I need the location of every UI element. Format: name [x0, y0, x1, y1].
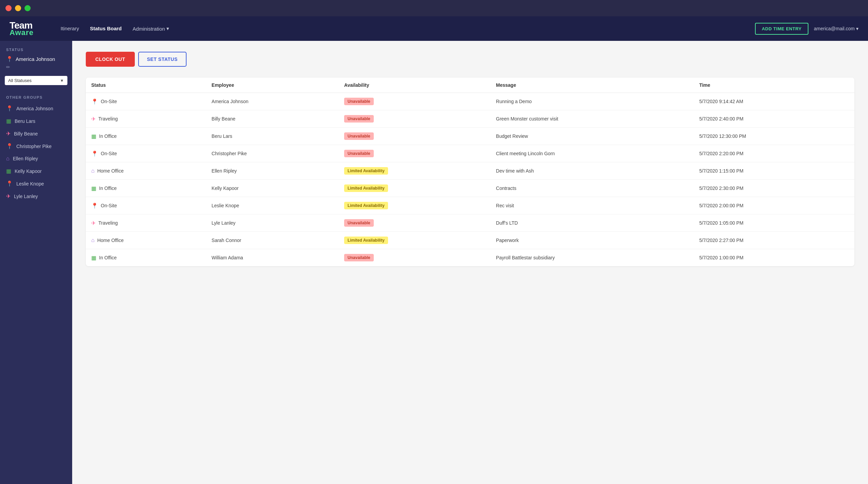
status-cell: 📍 On-Site [86, 197, 206, 214]
availability-cell: Limited Availability [339, 162, 491, 180]
message-cell: Running a Demo [491, 93, 694, 110]
status-text: In Office [99, 185, 117, 191]
message-cell: Duff's LTD [491, 214, 694, 232]
sidebar-member-name: Lyle Lanley [14, 194, 38, 199]
sidebar-item-leslie-knope[interactable]: 📍 Leslie Knope [0, 177, 72, 190]
availability-cell: Unavailable [339, 110, 491, 128]
logo: Team Aware [10, 21, 47, 36]
availability-cell: Limited Availability [339, 232, 491, 249]
nav-administration[interactable]: Administration ▾ [133, 26, 169, 32]
time-cell: 5/7/2020 2:00:00 PM [694, 197, 854, 214]
chevron-down-icon: ▾ [166, 26, 169, 32]
chevron-down-icon: ▼ [60, 78, 64, 83]
status-cell: 📍 On-Site [86, 93, 206, 110]
action-buttons: CLOCK OUT SET STATUS [86, 52, 854, 67]
employee-cell: Kelly Kapoor [206, 180, 339, 197]
set-status-button[interactable]: SET STATUS [138, 52, 187, 67]
chevron-down-icon: ▾ [856, 26, 858, 31]
grid-icon: ▦ [6, 118, 11, 124]
add-time-entry-button[interactable]: ADD TIME ENTRY [755, 23, 808, 35]
message-cell: Contracts [491, 180, 694, 197]
availability-badge: Unavailable [344, 115, 374, 123]
availability-badge: Unavailable [344, 150, 374, 157]
close-button[interactable] [5, 5, 12, 11]
col-message: Message [491, 78, 694, 93]
clock-out-button[interactable]: CLOCK OUT [86, 52, 135, 67]
time-cell: 5/7/2020 2:30:00 PM [694, 180, 854, 197]
location-pin-icon: 📍 [6, 105, 13, 112]
sidebar-member-name: Beru Lars [15, 118, 35, 124]
status-cell: ⌂ Home Office [86, 162, 206, 180]
message-cell: Paperwork [491, 232, 694, 249]
availability-badge: Limited Availability [344, 167, 388, 175]
user-email: america@mail.com [814, 26, 855, 31]
sidebar-item-lyle-lanley[interactable]: ✈ Lyle Lanley [0, 190, 72, 203]
sidebar-item-america-johnson[interactable]: 📍 America Johnson [0, 102, 72, 115]
table-header: Status Employee Availability Message Tim… [86, 78, 854, 93]
status-filter-value: All Statuses [8, 78, 32, 83]
plane-icon: ✈ [6, 193, 11, 199]
sidebar-item-kelly-kapoor[interactable]: ▦ Kelly Kapoor [0, 165, 72, 177]
maximize-button[interactable] [25, 5, 31, 11]
availability-cell: Unavailable [339, 128, 491, 145]
table-body: 📍 On-Site America Johnson Unavailable Ru… [86, 93, 854, 267]
location-pin-icon: 📍 [6, 180, 13, 187]
time-cell: 5/7/2020 12:30:00 PM [694, 128, 854, 145]
availability-cell: Limited Availability [339, 197, 491, 214]
employee-cell: Christopher Pike [206, 145, 339, 162]
table-row: ⌂ Home Office Sarah Connor Limited Avail… [86, 232, 854, 249]
status-cell: ✈ Traveling [86, 110, 206, 128]
sidebar-member-name: Ellen Ripley [13, 156, 38, 161]
grid-icon: ▦ [91, 133, 96, 140]
time-cell: 5/7/2020 2:20:00 PM [694, 145, 854, 162]
user-menu[interactable]: america@mail.com ▾ [814, 26, 858, 31]
status-cell: ▦ In Office [86, 249, 206, 267]
employee-cell: America Johnson [206, 93, 339, 110]
location-pin-icon: 📍 [6, 143, 13, 149]
grid-icon: ▦ [91, 255, 96, 261]
col-status: Status [86, 78, 206, 93]
status-cell: ▦ In Office [86, 180, 206, 197]
status-filter-dropdown[interactable]: All Statuses ▼ [5, 76, 67, 85]
sidebar-member-name: Leslie Knope [16, 181, 44, 187]
availability-cell: Unavailable [339, 249, 491, 267]
status-table: Status Employee Availability Message Tim… [86, 78, 854, 266]
nav-links: Itinerary Status Board Administration ▾ [61, 26, 755, 32]
availability-badge: Unavailable [344, 254, 374, 261]
location-pin-icon: 📍 [91, 98, 98, 105]
table-row: ⌂ Home Office Ellen Ripley Limited Avail… [86, 162, 854, 180]
message-cell: Green Monster customer visit [491, 110, 694, 128]
employee-cell: Lyle Lanley [206, 214, 339, 232]
status-text: On-Site [101, 99, 117, 104]
home-icon: ⌂ [91, 237, 95, 243]
nav-itinerary[interactable]: Itinerary [61, 26, 79, 32]
table-row: ✈ Traveling Lyle Lanley Unavailable Duff… [86, 214, 854, 232]
col-time: Time [694, 78, 854, 93]
sidebar-item-ellen-ripley[interactable]: ⌂ Ellen Ripley [0, 152, 72, 165]
minimize-button[interactable] [15, 5, 21, 11]
sidebar-item-beru-lars[interactable]: ▦ Beru Lars [0, 115, 72, 127]
availability-badge: Unavailable [344, 219, 374, 227]
logo-aware: Aware [10, 29, 47, 36]
col-employee: Employee [206, 78, 339, 93]
sidebar: STATUS 📍 America Johnson ✏ All Statuses … [0, 41, 72, 484]
nav-status-board[interactable]: Status Board [90, 26, 122, 32]
availability-cell: Unavailable [339, 145, 491, 162]
navbar: Team Aware Itinerary Status Board Admini… [0, 16, 868, 41]
time-cell: 5/7/2020 1:00:00 PM [694, 249, 854, 267]
current-user-name: America Johnson [16, 56, 55, 62]
main-content: CLOCK OUT SET STATUS Status Employee Ava… [72, 41, 868, 484]
status-text: In Office [99, 255, 117, 260]
edit-status-icon[interactable]: ✏ [0, 63, 72, 74]
sidebar-item-christopher-pike[interactable]: 📍 Christopher Pike [0, 140, 72, 152]
availability-badge: Limited Availability [344, 184, 388, 192]
sidebar-item-billy-beane[interactable]: ✈ Billy Beane [0, 127, 72, 140]
availability-badge: Unavailable [344, 132, 374, 140]
other-groups-label: OTHER GROUPS [0, 91, 72, 102]
location-pin-icon: 📍 [6, 56, 13, 62]
message-cell: Payroll Battlestar subsidiary [491, 249, 694, 267]
table-row: ✈ Traveling Billy Beane Unavailable Gree… [86, 110, 854, 128]
message-cell: Client meeting Lincoln Gorn [491, 145, 694, 162]
status-cell: ⌂ Home Office [86, 232, 206, 249]
table-header-row: Status Employee Availability Message Tim… [86, 78, 854, 93]
